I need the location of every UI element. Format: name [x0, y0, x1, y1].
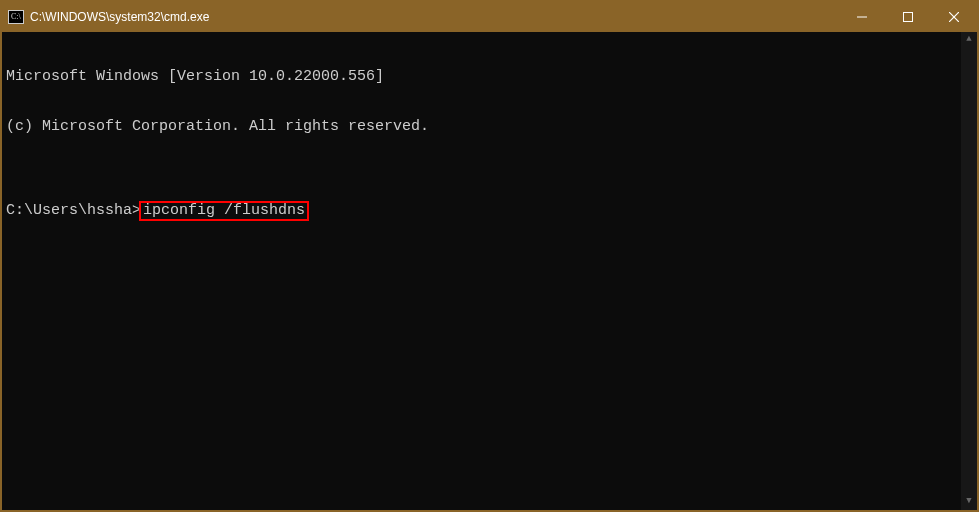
scroll-up-arrow[interactable]: ▲ — [961, 32, 977, 48]
version-line: Microsoft Windows [Version 10.0.22000.55… — [6, 69, 973, 86]
cmd-icon: C:\ — [8, 9, 24, 25]
svg-text:C:\: C:\ — [11, 12, 22, 21]
prompt-text: C:\Users\hssha> — [6, 202, 141, 219]
close-button[interactable] — [931, 2, 977, 32]
copyright-line: (c) Microsoft Corporation. All rights re… — [6, 119, 973, 136]
terminal-area[interactable]: Microsoft Windows [Version 10.0.22000.55… — [2, 32, 977, 510]
command-highlight: ipconfig /flushdns — [139, 201, 309, 221]
vertical-scrollbar[interactable]: ▲ ▼ — [961, 32, 977, 510]
command-text: ipconfig /flushdns — [143, 202, 305, 219]
minimize-button[interactable] — [839, 2, 885, 32]
prompt-line: C:\Users\hssha>ipconfig /flushdns — [6, 201, 973, 221]
window-title: C:\WINDOWS\system32\cmd.exe — [30, 10, 209, 24]
svg-rect-3 — [904, 13, 913, 22]
maximize-button[interactable] — [885, 2, 931, 32]
window-controls — [839, 2, 977, 32]
titlebar[interactable]: C:\ C:\WINDOWS\system32\cmd.exe — [2, 2, 977, 32]
cmd-window: C:\ C:\WINDOWS\system32\cmd.exe Microsof… — [2, 2, 977, 510]
scroll-down-arrow[interactable]: ▼ — [961, 494, 977, 510]
